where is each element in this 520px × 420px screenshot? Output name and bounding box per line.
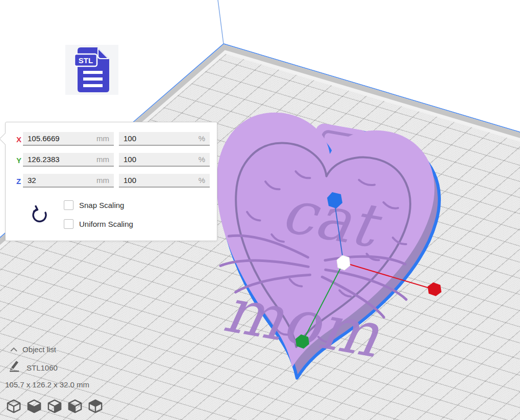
- object-dimensions-label: 105.7 x 126.2 x 32.0 mm: [5, 380, 89, 389]
- scale-y-mm-field[interactable]: 126.2383 mm: [23, 153, 114, 167]
- scale-x-mm-value: 105.6669: [28, 134, 60, 143]
- scale-y-percent-field[interactable]: 100 %: [119, 153, 210, 167]
- front-view-cube-icon: [27, 399, 41, 414]
- scale-z-percent-value: 100: [123, 176, 136, 185]
- scale-z-percent-field[interactable]: 100 %: [119, 174, 210, 188]
- snap-scaling-row: Snap Scaling: [64, 200, 124, 210]
- plate-corner-axis-line: [218, 0, 224, 44]
- scale-x-percent-field[interactable]: 100 %: [119, 132, 210, 146]
- scale-x-percent-unit: %: [199, 134, 205, 143]
- scale-y-mm-value: 126.2383: [28, 155, 60, 164]
- view-left-button[interactable]: [67, 399, 83, 415]
- uniform-scaling-label: Uniform Scaling: [79, 220, 133, 228]
- snap-scaling-label: Snap Scaling: [79, 201, 124, 209]
- stl-file-icon: STL: [75, 46, 111, 93]
- scale-x-mm-unit: mm: [96, 134, 109, 143]
- view-top-button[interactable]: [47, 399, 62, 415]
- axis-y-label: Y: [16, 153, 21, 168]
- object-list-title[interactable]: Object list: [22, 345, 56, 354]
- axis-z-label: Z: [16, 174, 21, 189]
- scale-row-z: Z 32 mm 100 %: [6, 174, 217, 189]
- scale-tool-panel: X 105.6669 mm 100 % Y 126.2383 mm 100 % …: [5, 122, 217, 241]
- scale-z-percent-unit: %: [199, 176, 205, 185]
- right-view-cube-icon: [88, 399, 103, 414]
- stl-badge-label: STL: [79, 56, 93, 65]
- scale-row-x: X 105.6669 mm 100 %: [6, 132, 217, 147]
- model-heart-mold[interactable]: cat mom: [184, 103, 451, 397]
- scale-z-mm-value: 32: [28, 176, 36, 185]
- view-front-button[interactable]: [27, 399, 42, 415]
- top-view-cube-icon: [47, 399, 62, 414]
- snap-scaling-checkbox[interactable]: [64, 200, 73, 210]
- reset-icon: [30, 205, 49, 225]
- view-3d-button[interactable]: [6, 399, 21, 415]
- collapse-chevron-icon[interactable]: [10, 347, 18, 353]
- scale-x-percent-value: 100: [123, 134, 136, 143]
- scale-y-percent-unit: %: [199, 155, 205, 164]
- scale-y-percent-value: 100: [123, 155, 136, 164]
- scale-row-y: Y 126.2383 mm 100 %: [6, 153, 217, 168]
- edit-pencil-icon: [8, 359, 20, 372]
- stl-file-thumbnail: STL: [65, 45, 118, 95]
- view-right-button[interactable]: [88, 399, 103, 415]
- reset-scale-button[interactable]: [30, 205, 49, 225]
- left-view-cube-icon: [68, 399, 82, 414]
- scale-y-mm-unit: mm: [96, 155, 109, 164]
- scale-z-mm-field[interactable]: 32 mm: [23, 174, 114, 188]
- 3d-view-cube-icon: [7, 399, 21, 414]
- scale-x-mm-field[interactable]: 105.6669 mm: [23, 132, 114, 146]
- scale-z-mm-unit: mm: [96, 176, 109, 185]
- object-list-item-name[interactable]: STL1060: [27, 363, 58, 372]
- gizmo-x-handle[interactable]: [428, 282, 441, 296]
- uniform-scaling-row: Uniform Scaling: [64, 219, 133, 229]
- uniform-scaling-checkbox[interactable]: [64, 219, 73, 229]
- axis-x-label: X: [16, 132, 21, 147]
